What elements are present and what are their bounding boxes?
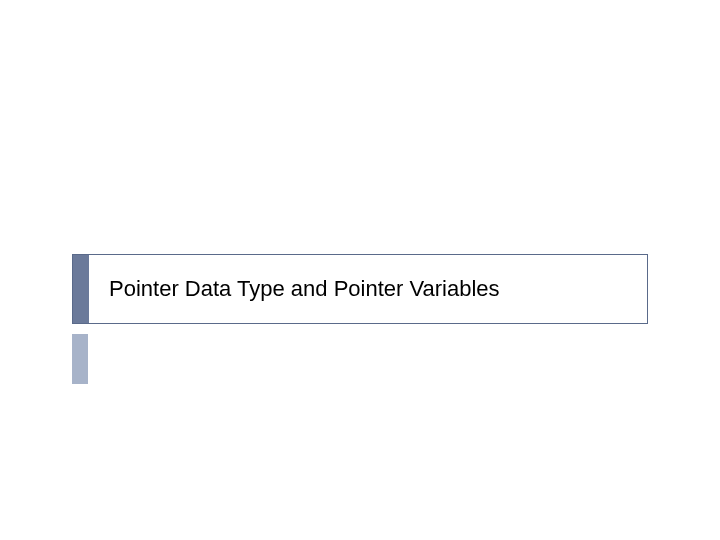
subtitle-container (72, 334, 648, 384)
title-accent-bar (73, 255, 89, 323)
slide-title: Pointer Data Type and Pointer Variables (89, 276, 500, 302)
title-container: Pointer Data Type and Pointer Variables (72, 254, 648, 324)
subtitle-accent-bar (72, 334, 88, 384)
